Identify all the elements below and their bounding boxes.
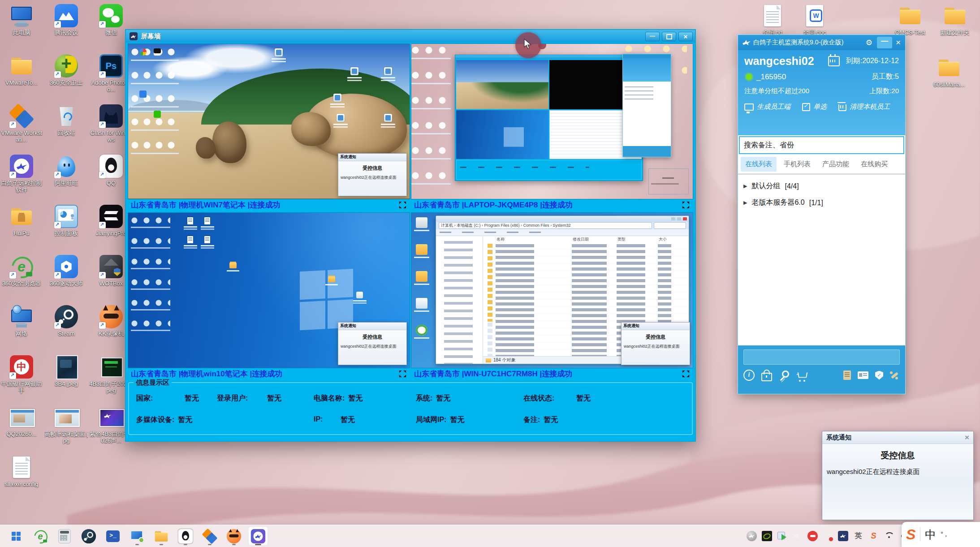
desktop-icon-360-driver-master[interactable]: 360驱动大师 — [44, 252, 89, 302]
desktop-icon-3b4-jpeg[interactable]: 3B4.jpeg — [44, 352, 89, 402]
explorer-address-bar: 计算机 › 本地磁盘 (C:) › Program Files (x86) › … — [436, 222, 689, 229]
info-icon[interactable] — [743, 370, 755, 381]
tray-nvidia-icon[interactable] — [762, 531, 772, 541]
shortcut-arrow-icon — [54, 222, 61, 228]
desktop-icon-pigeon-remote-control[interactable]: 白鸽子远程控制软件 — [0, 151, 44, 202]
tab[interactable]: 在线购买 — [856, 157, 892, 172]
desktop-icon-vmware-folder[interactable]: VMwareTo... — [0, 51, 44, 101]
generate-client-button[interactable]: 生成员工端 — [744, 103, 790, 111]
remote-desktop-preview-server[interactable]: 计算机 › 本地磁盘 (C:) › Program Files (x86) › … — [411, 213, 693, 368]
fullscreen-icon[interactable] — [398, 370, 407, 378]
desktop-icon-remote-desktop-jpg[interactable]: 高帧率远程桌面.jpg — [44, 402, 89, 452]
desktop-icon-boc-assistant[interactable]: 中国银行网银助手 — [0, 352, 44, 402]
taskbar-remote-desktop[interactable] — [127, 526, 147, 546]
desktop-icon-vmware-workstation[interactable]: VMware Workstati... — [0, 101, 44, 151]
lock-icon[interactable] — [761, 373, 772, 381]
fullscreen-icon[interactable] — [682, 370, 690, 378]
file-icons-column — [488, 322, 492, 357]
settings-gear-icon[interactable]: ⚙ — [866, 38, 872, 47]
desktop-icon-recycle-bin[interactable]: 回收站 — [44, 101, 89, 151]
tray-sogou-icon[interactable]: S — [868, 531, 879, 541]
taskbar-steam[interactable] — [79, 526, 99, 546]
minimize-button[interactable] — [877, 37, 892, 48]
desktop-icon-qq2026-video[interactable]: QQ20260... — [0, 402, 44, 452]
desktop-icon-steam[interactable]: Steam — [44, 302, 89, 352]
desktop-icon-360-safe[interactable]: 360安全卫士 — [44, 51, 89, 101]
search-input[interactable]: 搜索备注、省份 — [739, 136, 904, 154]
phone-icon[interactable] — [890, 370, 900, 380]
remote-icon — [416, 325, 427, 336]
taskbar-pigeon-monitor[interactable] — [248, 526, 268, 546]
app-icon — [9, 455, 34, 479]
document-icon[interactable] — [843, 370, 851, 380]
taskbar-kk-recorder[interactable] — [224, 526, 244, 546]
tray-autoplay-icon[interactable] — [777, 531, 787, 541]
tray-ime-lang-icon[interactable]: 英 — [853, 531, 863, 541]
taskbar-start-button[interactable] — [6, 526, 26, 546]
desktop-icon-control-panel[interactable]: 控制面板 — [44, 202, 89, 252]
taskbar: 英 S S 中 °， — [0, 525, 980, 547]
desktop-icon-ali-wangwang[interactable]: 阿里旺旺 — [44, 151, 89, 202]
sogou-logo[interactable]: S — [906, 526, 915, 543]
id-card-icon[interactable] — [858, 371, 868, 379]
group-row[interactable]: 老版本服务器6.0 [1/1] — [738, 194, 905, 211]
fullscreen-icon[interactable] — [398, 201, 407, 209]
remote-desktop-preview-win7[interactable]: 系统通知 受控信息 wangceshi02正在远程连接桌面 — [128, 44, 410, 199]
field-login-user: 登录用户:暂无 — [217, 394, 281, 403]
desktop-icon-60sll-folder[interactable]: 60sllMana... — [928, 53, 970, 88]
clean-local-staff-button[interactable]: 清理本机员工 — [838, 103, 890, 111]
desktop-icon-new-folder[interactable]: 新建文件夹 — [934, 1, 976, 36]
close-button[interactable] — [678, 32, 693, 41]
desktop-icon-omcs-test-folder[interactable]: OMCS-Test — [889, 1, 931, 36]
desktop-icon-network[interactable]: 网络 — [0, 302, 44, 352]
tab[interactable]: 在线列表 — [741, 157, 777, 172]
monitor-titlebar[interactable]: 白鸽子主机监测系统9.0-(政企版) ⚙ — [738, 35, 905, 50]
taskbar-360-browser[interactable] — [30, 526, 50, 546]
minimize-button[interactable] — [645, 32, 660, 41]
desktop-icon-contract-doc[interactable]: 合同.doc — [794, 1, 835, 36]
shortcut-arrow-icon — [99, 222, 106, 228]
fullscreen-icon[interactable] — [682, 201, 690, 209]
key-icon[interactable] — [779, 370, 790, 381]
ime-punctuation-mode[interactable]: °， — [941, 530, 949, 538]
desktop-icon-this-pc[interactable]: 此电脑 — [0, 1, 44, 51]
desktop-icon-360-browser[interactable]: 360安全浏览器 — [0, 252, 44, 302]
taskbar-vmware[interactable] — [200, 526, 220, 546]
tray-wifi-icon[interactable] — [884, 531, 894, 541]
desktop-icon-huipu-folder[interactable]: HuiPu — [0, 202, 44, 252]
remote-desktop-preview-laptop[interactable] — [411, 44, 693, 199]
tray-pigeon-blue-icon[interactable] — [838, 531, 848, 541]
group-row[interactable]: 默认分组 [4/4] — [738, 178, 905, 194]
taskbar-file-explorer[interactable] — [151, 526, 171, 546]
tray-kk-recorder-icon[interactable] — [807, 531, 818, 541]
taskbar-calculator[interactable] — [55, 526, 74, 546]
tab[interactable]: 手机列表 — [779, 157, 815, 172]
remote-desktop-preview-win10[interactable]: 系统通知 受控信息 wangceshi02正在远程连接桌面 — [128, 213, 410, 368]
desktop-icon-tencent-meeting[interactable]: 腾讯会议 — [44, 1, 89, 51]
taskbar-qq[interactable] — [176, 526, 195, 546]
remote-desktop-recursive — [411, 44, 693, 199]
screen-wall-titlebar[interactable]: 屏幕墙 — [126, 30, 695, 43]
tray-pigeon-gray-icon[interactable] — [747, 531, 757, 541]
close-button[interactable] — [896, 38, 901, 47]
desktop-icon-sll-exe-config[interactable]: sll.exe.config — [0, 452, 44, 503]
cart-icon[interactable] — [796, 372, 807, 380]
tray-sync-alert-icon[interactable] — [823, 531, 833, 541]
shield-icon[interactable] — [875, 371, 883, 380]
tab[interactable]: 产品功能 — [818, 157, 854, 172]
remote-icon — [416, 217, 427, 228]
ime-language-mode[interactable]: 中 — [925, 527, 936, 542]
close-icon[interactable] — [965, 433, 969, 442]
single-select-button[interactable]: 单选 — [802, 103, 827, 111]
maximize-button[interactable] — [662, 32, 676, 41]
taskbar-powershell[interactable] — [103, 526, 123, 546]
remote-icon — [333, 94, 341, 102]
quadrant-3: 系统通知 受控信息 wangceshi02正在远程连接桌面 山东省青岛市 |物理… — [128, 213, 410, 380]
desktop-icon-intro-txt[interactable]: 介绍.txt — [752, 1, 793, 36]
command-input[interactable] — [743, 349, 900, 365]
app-icon — [154, 529, 168, 543]
panel-title: 信息显示区 — [134, 379, 172, 387]
tray-volume-mixer-icon[interactable] — [792, 531, 803, 541]
quadrant-caption: 山东省青岛市 |WIN-U7C1HC7RM8H |连接成功 — [411, 368, 693, 380]
ime-toolbar[interactable]: S 中 °， — [902, 522, 980, 547]
